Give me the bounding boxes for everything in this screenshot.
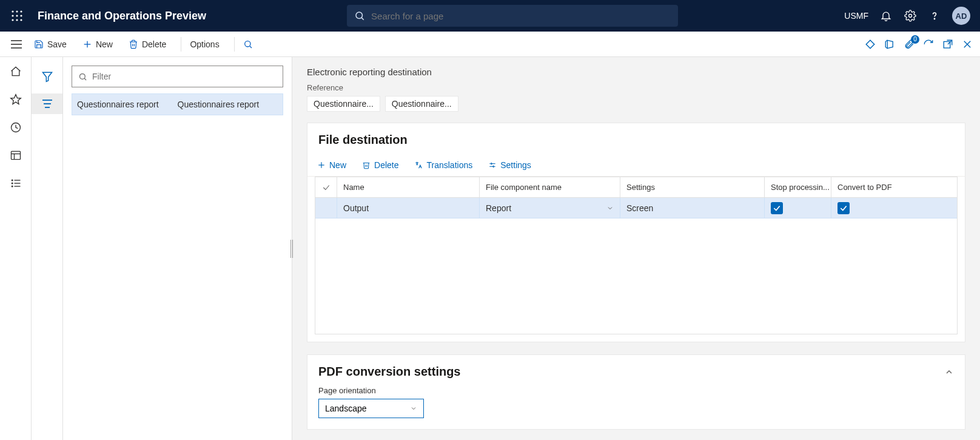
svg-marker-25 bbox=[10, 95, 21, 104]
refresh-icon[interactable] bbox=[923, 39, 934, 50]
column-settings[interactable]: Settings bbox=[620, 177, 765, 197]
recent-icon[interactable] bbox=[10, 121, 22, 134]
filter-input[interactable] bbox=[92, 72, 277, 81]
translate-icon bbox=[414, 161, 423, 169]
user-avatar[interactable]: AD bbox=[952, 7, 970, 25]
grid-toolbar: New Delete Translations Settings bbox=[307, 154, 965, 177]
plus-icon bbox=[317, 161, 326, 169]
delete-label: Delete bbox=[142, 39, 166, 49]
pdf-conversion-card: PDF conversion settings Page orientation… bbox=[307, 354, 965, 430]
global-search[interactable] bbox=[347, 5, 678, 27]
file-destination-card: File destination New Delete Translations… bbox=[307, 123, 965, 342]
cell-file-component[interactable]: Report bbox=[480, 198, 620, 218]
svg-point-12 bbox=[934, 18, 935, 19]
home-icon[interactable] bbox=[10, 66, 22, 78]
stop-processing-checkbox[interactable] bbox=[771, 202, 783, 214]
svg-line-41 bbox=[84, 78, 86, 80]
svg-point-4 bbox=[16, 15, 18, 16]
grid-new-button[interactable]: New bbox=[315, 158, 349, 172]
column-file-component[interactable]: File component name bbox=[480, 177, 620, 197]
splitter-handle[interactable] bbox=[289, 240, 294, 258]
svg-point-30 bbox=[12, 180, 13, 181]
list-item[interactable]: Questionnaires report Questionnaires rep… bbox=[72, 93, 283, 115]
column-convert-pdf[interactable]: Convert to PDF bbox=[831, 177, 903, 197]
reference-label: Reference bbox=[307, 83, 965, 92]
check-icon bbox=[839, 204, 848, 212]
search-icon bbox=[78, 72, 87, 81]
svg-point-5 bbox=[20, 15, 22, 16]
filter-input-wrap[interactable] bbox=[72, 66, 283, 87]
svg-point-6 bbox=[12, 19, 13, 21]
grid-translations-button[interactable]: Translations bbox=[412, 158, 475, 172]
chevron-down-icon bbox=[410, 405, 417, 412]
notifications-icon[interactable] bbox=[879, 9, 893, 22]
cell-stop-processing bbox=[765, 198, 831, 218]
modules-icon[interactable] bbox=[10, 177, 22, 189]
global-search-input[interactable] bbox=[371, 11, 671, 21]
grid-settings-label: Settings bbox=[500, 160, 531, 170]
reference-chip-2[interactable]: Questionnaire... bbox=[385, 96, 458, 112]
trash-icon bbox=[129, 39, 138, 49]
search-icon bbox=[354, 10, 365, 21]
collapse-chevron-icon[interactable] bbox=[944, 367, 954, 377]
svg-line-19 bbox=[250, 46, 252, 48]
options-button[interactable]: Options bbox=[185, 37, 224, 52]
nav-rail bbox=[0, 57, 32, 440]
grid-row[interactable]: Output Report Screen bbox=[315, 198, 957, 218]
cell-file-value: Report bbox=[486, 203, 511, 213]
save-label: Save bbox=[47, 39, 67, 49]
row-selector[interactable] bbox=[315, 198, 337, 218]
brand-title: Finance and Operations Preview bbox=[38, 10, 206, 22]
help-icon[interactable] bbox=[928, 9, 941, 22]
svg-point-34 bbox=[12, 186, 13, 187]
save-button[interactable]: Save bbox=[29, 37, 72, 52]
workspaces-icon[interactable] bbox=[10, 149, 22, 161]
filter-funnel-icon[interactable] bbox=[32, 66, 62, 87]
menu-toggle-icon[interactable] bbox=[7, 40, 25, 49]
app-launcher-icon[interactable] bbox=[5, 4, 29, 28]
delete-button[interactable]: Delete bbox=[124, 37, 171, 52]
link-icon[interactable] bbox=[865, 39, 876, 50]
page-orientation-value: Landscape bbox=[325, 404, 367, 413]
svg-point-1 bbox=[16, 10, 18, 12]
cell-name[interactable]: Output bbox=[337, 198, 480, 218]
favorites-icon[interactable] bbox=[10, 93, 22, 106]
attachments-badge: 0 bbox=[911, 35, 919, 44]
column-stop-processing[interactable]: Stop processin... bbox=[765, 177, 831, 197]
convert-pdf-checkbox[interactable] bbox=[837, 202, 850, 214]
actionbar: Save New Delete Options 0 bbox=[0, 32, 980, 57]
cell-settings[interactable]: Screen bbox=[620, 198, 765, 218]
svg-marker-36 bbox=[42, 72, 52, 81]
chevron-down-icon[interactable] bbox=[606, 205, 614, 212]
page-orientation-label: Page orientation bbox=[318, 386, 954, 395]
settings-gear-icon[interactable] bbox=[904, 9, 917, 22]
grid-empty-area bbox=[315, 218, 957, 334]
popout-icon[interactable] bbox=[942, 39, 953, 50]
check-icon bbox=[322, 183, 331, 192]
grid-delete-label: Delete bbox=[374, 160, 398, 170]
office-icon[interactable] bbox=[884, 39, 895, 50]
separator bbox=[234, 37, 235, 52]
svg-point-9 bbox=[356, 12, 363, 19]
svg-marker-20 bbox=[866, 40, 874, 49]
list-view-icon[interactable] bbox=[32, 93, 62, 114]
find-button[interactable] bbox=[238, 37, 258, 52]
file-destination-title: File destination bbox=[307, 123, 965, 154]
new-button[interactable]: New bbox=[78, 37, 118, 52]
attachments-icon[interactable]: 0 bbox=[904, 39, 915, 50]
company-label[interactable]: USMF bbox=[844, 11, 868, 21]
reference-chip-1[interactable]: Questionnaire... bbox=[307, 96, 380, 112]
svg-point-11 bbox=[909, 15, 912, 18]
svg-rect-27 bbox=[11, 151, 20, 159]
grid-select-all[interactable] bbox=[315, 177, 337, 197]
column-name[interactable]: Name bbox=[337, 177, 480, 197]
svg-line-10 bbox=[361, 18, 363, 19]
main-content: Electronic reporting destination Referen… bbox=[292, 57, 980, 440]
grid-delete-button[interactable]: Delete bbox=[360, 158, 401, 172]
pdf-conversion-title: PDF conversion settings bbox=[318, 365, 461, 379]
grid-new-label: New bbox=[329, 160, 346, 170]
grid-settings-button[interactable]: Settings bbox=[486, 158, 534, 172]
close-icon[interactable] bbox=[962, 39, 973, 50]
page-orientation-select[interactable]: Landscape bbox=[318, 399, 424, 418]
options-label: Options bbox=[190, 39, 219, 49]
